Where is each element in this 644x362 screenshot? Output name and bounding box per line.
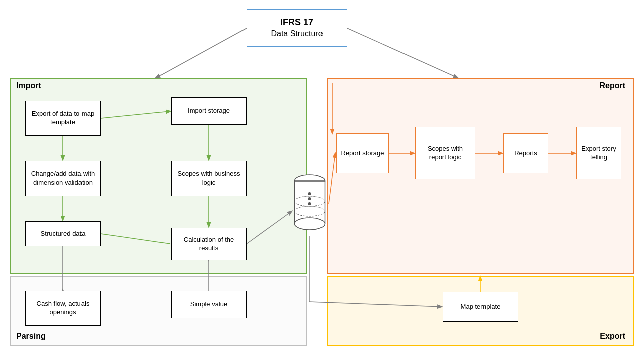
parsing-label: Parsing (16, 332, 46, 341)
svg-line-9 (347, 28, 458, 78)
title-text: IFRS 17 Data Structure (271, 17, 323, 39)
export-label: Export (600, 332, 625, 341)
svg-point-2 (295, 218, 325, 230)
database-cylinder (291, 171, 329, 236)
structured-data-box: Structured data (25, 221, 101, 246)
export-map-box: Export of data to map template (25, 101, 101, 136)
scopes-business-box: Scopes with business logic (171, 161, 247, 196)
scopes-report-box: Scopes with report logic (415, 127, 475, 179)
export-story-box: Export story telling (576, 127, 621, 179)
svg-line-8 (156, 28, 247, 78)
calculation-box: Calculation of the results (171, 228, 247, 260)
svg-point-7 (308, 202, 311, 205)
reports-box: Reports (503, 133, 548, 173)
map-template-box: Map template (443, 292, 518, 322)
import-label: Import (16, 81, 41, 90)
change-add-box: Change/add data with dimension validatio… (25, 161, 101, 196)
report-label: Report (599, 81, 625, 90)
title-box: IFRS 17 Data Structure (247, 9, 347, 47)
diagram-container: IFRS 17 Data Structure Import Parsing Re… (0, 0, 644, 362)
svg-point-5 (308, 192, 311, 195)
import-storage-box: Import storage (171, 97, 247, 125)
report-storage-box: Report storage (336, 133, 389, 173)
svg-point-6 (308, 197, 311, 200)
simple-value-box: Simple value (171, 291, 247, 318)
cash-flow-box: Cash flow, actuals openings (25, 291, 101, 326)
